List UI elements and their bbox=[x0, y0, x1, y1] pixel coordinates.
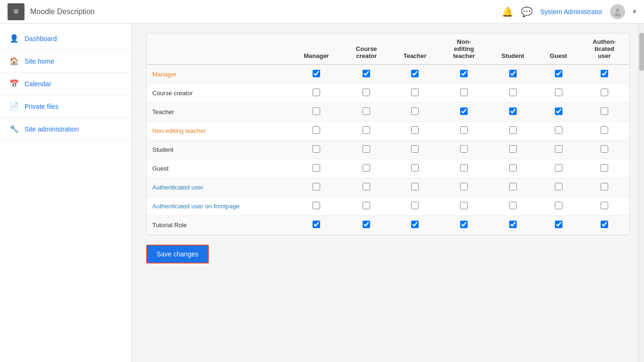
dashboard-icon: 👤 bbox=[9, 34, 19, 43]
permission-checkbox[interactable] bbox=[460, 126, 468, 134]
permission-cell bbox=[390, 84, 440, 103]
scrollbar[interactable] bbox=[638, 24, 644, 362]
permission-checkbox[interactable] bbox=[411, 183, 419, 190]
permission-checkbox[interactable] bbox=[509, 164, 517, 172]
user-dropdown-icon[interactable]: ▾ bbox=[633, 7, 636, 16]
permission-checkbox[interactable] bbox=[313, 221, 320, 228]
permission-checkbox[interactable] bbox=[601, 107, 608, 115]
permission-checkbox[interactable] bbox=[460, 183, 468, 190]
permission-checkbox[interactable] bbox=[411, 126, 419, 134]
permission-checkbox[interactable] bbox=[363, 221, 370, 228]
permission-checkbox[interactable] bbox=[363, 89, 370, 96]
permission-cell bbox=[390, 178, 440, 197]
permission-checkbox[interactable] bbox=[509, 202, 517, 209]
permission-cell bbox=[537, 65, 579, 84]
permission-checkbox[interactable] bbox=[555, 164, 562, 172]
sidebar: 👤 Dashboard 🏠 Site home 📅 Calendar 📄 Pri… bbox=[0, 24, 132, 362]
permission-checkbox[interactable] bbox=[313, 202, 320, 209]
role-name-cell: Manager bbox=[147, 65, 290, 84]
permission-checkbox[interactable] bbox=[601, 202, 608, 209]
permission-cell bbox=[343, 65, 390, 84]
permission-checkbox[interactable] bbox=[509, 145, 517, 153]
permission-checkbox[interactable] bbox=[601, 183, 608, 190]
permission-cell bbox=[488, 216, 537, 235]
permission-cell bbox=[343, 103, 390, 122]
permission-checkbox[interactable] bbox=[460, 145, 468, 153]
permission-checkbox[interactable] bbox=[555, 183, 562, 190]
permission-checkbox[interactable] bbox=[313, 164, 320, 172]
permission-checkbox[interactable] bbox=[313, 107, 320, 115]
sidebar-item-site-home[interactable]: 🏠 Site home bbox=[0, 50, 132, 73]
table-row: Authenticated user bbox=[147, 178, 629, 197]
user-name[interactable]: System Administrator bbox=[540, 8, 603, 16]
permission-checkbox[interactable] bbox=[363, 145, 370, 153]
permission-checkbox[interactable] bbox=[601, 145, 608, 153]
permission-checkbox[interactable] bbox=[555, 107, 562, 115]
permission-checkbox[interactable] bbox=[509, 107, 517, 115]
permission-checkbox[interactable] bbox=[555, 89, 562, 96]
permission-checkbox[interactable] bbox=[601, 164, 608, 172]
message-icon[interactable]: 💬 bbox=[521, 6, 533, 17]
permission-checkbox[interactable] bbox=[313, 126, 320, 134]
permission-checkbox[interactable] bbox=[313, 145, 320, 153]
permission-checkbox[interactable] bbox=[555, 202, 562, 209]
sidebar-item-dashboard[interactable]: 👤 Dashboard bbox=[0, 27, 132, 50]
permission-checkbox[interactable] bbox=[313, 70, 320, 77]
permission-cell bbox=[343, 197, 390, 216]
permission-cell bbox=[579, 122, 629, 140]
permissions-table-wrapper: Manager Coursecreator Teacher Non-editin… bbox=[146, 33, 630, 235]
permission-checkbox[interactable] bbox=[555, 70, 562, 77]
permission-checkbox[interactable] bbox=[509, 221, 517, 228]
permission-checkbox[interactable] bbox=[555, 145, 562, 153]
permission-checkbox[interactable] bbox=[509, 183, 517, 190]
permission-checkbox[interactable] bbox=[601, 221, 608, 228]
permission-checkbox[interactable] bbox=[411, 70, 419, 77]
permission-checkbox[interactable] bbox=[363, 183, 370, 190]
permission-cell bbox=[488, 140, 537, 159]
menu-button[interactable]: ≡ bbox=[8, 3, 25, 20]
avatar[interactable] bbox=[610, 4, 625, 19]
permission-checkbox[interactable] bbox=[460, 89, 468, 96]
permission-checkbox[interactable] bbox=[460, 70, 468, 77]
notification-icon[interactable]: 🔔 bbox=[502, 6, 513, 17]
permission-checkbox[interactable] bbox=[363, 164, 370, 172]
permission-checkbox[interactable] bbox=[411, 107, 419, 115]
permission-checkbox[interactable] bbox=[601, 126, 608, 134]
permission-checkbox[interactable] bbox=[313, 89, 320, 96]
save-changes-button[interactable]: Save changes bbox=[146, 245, 209, 263]
permission-cell bbox=[537, 140, 579, 159]
permission-checkbox[interactable] bbox=[411, 164, 419, 172]
col-authenticated-user: Authen-ticateduser bbox=[579, 33, 629, 65]
role-name-cell: Authenticated user on frontpage bbox=[147, 197, 290, 216]
permission-checkbox[interactable] bbox=[509, 70, 517, 77]
permission-checkbox[interactable] bbox=[460, 221, 468, 228]
permission-checkbox[interactable] bbox=[363, 70, 370, 77]
permission-checkbox[interactable] bbox=[363, 202, 370, 209]
permission-checkbox[interactable] bbox=[411, 145, 419, 153]
permission-checkbox[interactable] bbox=[460, 107, 468, 115]
permission-cell bbox=[537, 122, 579, 140]
permission-cell bbox=[579, 65, 629, 84]
permission-checkbox[interactable] bbox=[313, 183, 320, 190]
permission-checkbox[interactable] bbox=[460, 202, 468, 209]
permission-checkbox[interactable] bbox=[460, 164, 468, 172]
permission-checkbox[interactable] bbox=[509, 126, 517, 134]
permission-checkbox[interactable] bbox=[363, 107, 370, 115]
svg-point-0 bbox=[616, 8, 619, 12]
sidebar-item-site-administration[interactable]: 🔧 Site administration bbox=[0, 118, 132, 140]
permission-checkbox[interactable] bbox=[509, 89, 517, 96]
app-title: Moodle Description bbox=[30, 8, 502, 16]
hamburger-icon: ≡ bbox=[14, 7, 19, 16]
permission-checkbox[interactable] bbox=[411, 89, 419, 96]
permission-checkbox[interactable] bbox=[363, 126, 370, 134]
permission-checkbox[interactable] bbox=[411, 221, 419, 228]
permission-checkbox[interactable] bbox=[555, 126, 562, 134]
permission-checkbox[interactable] bbox=[601, 70, 608, 77]
permission-checkbox[interactable] bbox=[555, 221, 562, 228]
sidebar-item-calendar[interactable]: 📅 Calendar bbox=[0, 73, 132, 95]
permission-cell bbox=[290, 140, 343, 159]
permission-checkbox[interactable] bbox=[601, 89, 608, 96]
sidebar-item-label: Dashboard bbox=[25, 35, 57, 42]
sidebar-item-private-files[interactable]: 📄 Private files bbox=[0, 95, 132, 118]
permission-checkbox[interactable] bbox=[411, 202, 419, 209]
